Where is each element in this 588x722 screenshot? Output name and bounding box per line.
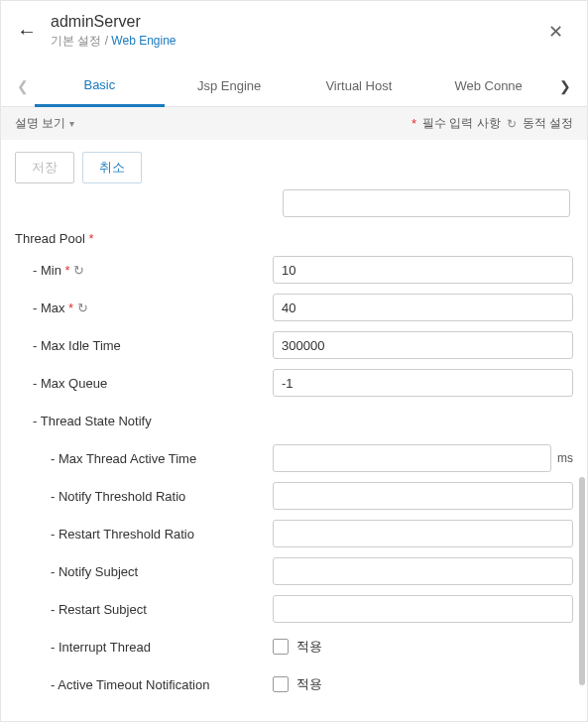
save-button[interactable]: 저장 <box>15 152 74 183</box>
restart-threshold-ratio-label: - Restart Threshold Ratio <box>15 527 273 542</box>
action-row: 저장 취소 <box>1 140 587 189</box>
show-desc-label: 설명 보기 <box>15 115 65 132</box>
min-label: - Min * ↻ <box>15 263 273 278</box>
form-content: Thread Pool * - Min * ↻ - Max * ↻ - Max … <box>1 189 587 715</box>
page-title: adminServer <box>51 13 540 31</box>
restart-threshold-ratio-input[interactable] <box>273 520 573 547</box>
dynamic-label: 동적 설정 <box>523 115 573 132</box>
max-idle-time-label: - Max Idle Time <box>15 338 273 353</box>
notify-threshold-ratio-label: - Notify Threshold Ratio <box>15 489 273 504</box>
max-input[interactable] <box>273 294 573 321</box>
tab-virtual-host[interactable]: Virtual Host <box>294 66 424 105</box>
cancel-button[interactable]: 취소 <box>82 152 142 183</box>
breadcrumb-sep: / <box>101 34 111 48</box>
thread-state-notify-label: - Thread State Notify <box>15 414 273 428</box>
max-queue-input[interactable] <box>273 369 573 397</box>
tab-jsp-engine[interactable]: Jsp Engine <box>165 66 294 105</box>
advanced-options-toggle[interactable]: 고급 선택사항 ▾ <box>15 708 573 715</box>
breadcrumb: 기본 설정 / Web Engine <box>51 33 540 50</box>
interrupt-thread-label: - Interrupt Thread <box>15 640 273 655</box>
scrollbar-thumb[interactable] <box>579 477 585 685</box>
active-timeout-notification-checkbox[interactable] <box>273 676 289 692</box>
tab-prev-icon[interactable]: ❮ <box>11 70 35 102</box>
max-idle-time-input[interactable] <box>273 331 573 359</box>
max-thread-active-time-input[interactable] <box>273 444 551 472</box>
ms-suffix: ms <box>557 451 573 465</box>
notify-subject-label: - Notify Subject <box>15 564 273 579</box>
notify-threshold-ratio-input[interactable] <box>273 482 573 510</box>
required-label: 필수 입력 사항 <box>422 115 501 132</box>
title-block: adminServer 기본 설정 / Web Engine <box>51 13 540 50</box>
interrupt-thread-checkbox[interactable] <box>273 639 289 655</box>
max-thread-active-time-label: - Max Thread Active Time <box>15 451 273 466</box>
required-star-icon: * <box>85 231 94 246</box>
breadcrumb-prefix: 기본 설정 <box>51 34 101 48</box>
prev-field-input[interactable] <box>283 189 570 217</box>
min-input[interactable] <box>273 256 573 284</box>
restart-subject-input[interactable] <box>273 595 573 623</box>
apply-label: 적용 <box>296 638 322 656</box>
show-description-toggle[interactable]: 설명 보기 ▾ <box>15 115 74 132</box>
legend-bar: 설명 보기 ▾ * 필수 입력 사항 ↻ 동적 설정 <box>1 107 587 140</box>
refresh-icon: ↻ <box>77 301 88 315</box>
section-thread-pool: Thread Pool * <box>15 231 573 246</box>
caret-down-icon: ▾ <box>69 118 74 129</box>
close-icon[interactable]: ✕ <box>540 17 571 47</box>
active-timeout-notification-label: - Active Timeout Notification <box>15 677 273 692</box>
back-arrow-icon[interactable]: ← <box>17 20 37 43</box>
tab-basic[interactable]: Basic <box>35 65 165 107</box>
refresh-icon: ↻ <box>507 117 517 131</box>
breadcrumb-active[interactable]: Web Engine <box>111 34 176 48</box>
required-star-icon: * <box>412 116 416 131</box>
tabs: ❮ Basic Jsp Engine Virtual Host Web Conn… <box>1 65 587 107</box>
apply-label: 적용 <box>296 675 322 693</box>
tab-web-conne[interactable]: Web Conne <box>423 66 553 105</box>
refresh-icon: ↻ <box>73 263 84 278</box>
tab-next-icon[interactable]: ❯ <box>553 70 577 102</box>
notify-subject-input[interactable] <box>273 557 573 585</box>
max-label: - Max * ↻ <box>15 301 273 315</box>
restart-subject-label: - Restart Subject <box>15 602 273 617</box>
max-queue-label: - Max Queue <box>15 376 273 391</box>
